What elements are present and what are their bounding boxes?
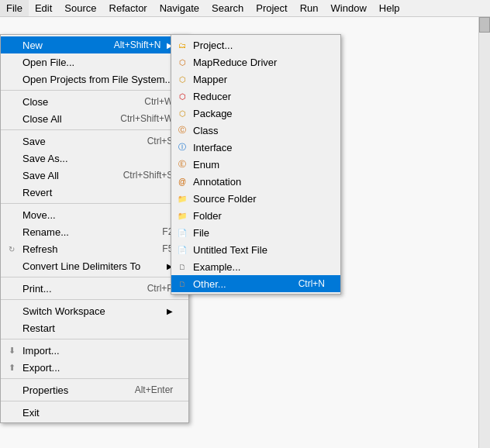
save-label: Save — [22, 136, 132, 147]
menu-item-properties[interactable]: Properties Alt+Enter — [1, 381, 188, 398]
menubar-item-source[interactable]: Source — [58, 0, 102, 16]
submenu-item-example[interactable]: 🗋 Example... — [171, 258, 340, 275]
refresh-icon: ↻ — [5, 243, 18, 255]
save-all-label: Save All — [22, 170, 108, 181]
separator-2 — [1, 129, 188, 130]
menu-item-move[interactable]: Move... — [1, 206, 188, 223]
untitled-icon: 📄 — [176, 243, 188, 256]
mapreduce-icon: ⬡ — [176, 56, 188, 68]
menubar-item-search[interactable]: Search — [205, 0, 250, 16]
move-label: Move... — [22, 209, 173, 221]
close-shortcut: Ctrl+W — [144, 96, 173, 107]
properties-shortcut: Alt+Enter — [135, 384, 174, 395]
new-submenu: 🗂 Project... ⬡ MapReduce Driver ⬡ Mapper… — [171, 34, 341, 295]
menu-item-close-all[interactable]: Close All Ctrl+Shift+W — [1, 110, 188, 127]
close-label: Close — [22, 96, 129, 108]
menu-item-refresh[interactable]: ↻ Refresh F5 — [1, 240, 188, 257]
menu-item-revert[interactable]: Revert — [1, 184, 188, 201]
submenu-item-file[interactable]: 📄 File — [171, 224, 340, 241]
submenu-item-mapreduce[interactable]: ⬡ MapReduce Driver — [171, 53, 340, 71]
menu-item-print[interactable]: Print... Ctrl+P — [1, 280, 188, 297]
properties-label: Properties — [22, 384, 119, 396]
project-icon: 🗂 — [176, 39, 188, 51]
menu-item-import[interactable]: ⬇ Import... — [1, 342, 188, 359]
menu-item-exit[interactable]: Exit — [1, 404, 188, 421]
source-folder-icon: 📁 — [176, 192, 188, 205]
submenu-item-annotation[interactable]: @ Annotation — [171, 173, 340, 190]
class-icon: Ⓒ — [176, 124, 188, 136]
folder-icon: 📁 — [176, 209, 188, 222]
separator-1 — [1, 90, 188, 91]
menubar-item-project[interactable]: Project — [250, 0, 293, 16]
refresh-label: Refresh — [22, 243, 147, 255]
save-shortcut: Ctrl+S — [147, 136, 174, 146]
example-icon: 🗋 — [176, 260, 188, 273]
menubar-item-run[interactable]: Run — [294, 0, 325, 16]
other-icon: 🗋 — [176, 277, 188, 290]
main-content: New Alt+Shift+N ▶ 🗂 Project... ⬡ MapRedu… — [0, 17, 490, 448]
print-shortcut: Ctrl+P — [147, 283, 174, 294]
menu-item-convert[interactable]: Convert Line Delimiters To ▶ — [1, 257, 188, 274]
switch-workspace-label: Switch Workspace — [22, 305, 160, 317]
menubar: File Edit Source Refactor Navigate Searc… — [0, 0, 490, 17]
separator-8 — [1, 401, 188, 401]
submenu-item-interface[interactable]: Ⓘ Interface — [171, 139, 340, 156]
submenu-item-reducer[interactable]: ⬡ Reducer — [171, 88, 340, 105]
exit-label: Exit — [22, 407, 173, 419]
separator-5 — [1, 299, 188, 300]
rename-label: Rename... — [22, 226, 147, 238]
mapper-icon: ⬡ — [176, 73, 188, 85]
menu-item-open-projects[interactable]: Open Projects from File System... — [1, 71, 188, 88]
menu-item-restart[interactable]: Restart — [1, 319, 188, 336]
separator-7 — [1, 378, 188, 379]
separator-6 — [1, 339, 188, 339]
submenu-item-folder[interactable]: 📁 Folder — [171, 207, 340, 224]
menu-item-save-as[interactable]: Save As... — [1, 150, 188, 167]
reducer-icon: ⬡ — [176, 90, 188, 102]
menubar-item-edit[interactable]: Edit — [29, 0, 58, 16]
submenu-item-enum[interactable]: Ⓔ Enum — [171, 156, 340, 173]
file-menu-dropdown: New Alt+Shift+N ▶ 🗂 Project... ⬡ MapRedu… — [0, 34, 189, 423]
close-all-shortcut: Ctrl+Shift+W — [120, 113, 173, 124]
submenu-item-project[interactable]: 🗂 Project... — [171, 36, 340, 53]
package-icon: ⬡ — [176, 107, 188, 119]
submenu-item-class[interactable]: Ⓒ Class — [171, 122, 340, 139]
save-as-label: Save As... — [22, 153, 173, 164]
menubar-item-window[interactable]: Window — [325, 0, 373, 16]
menu-item-close[interactable]: Close Ctrl+W — [1, 93, 188, 110]
menu-item-new[interactable]: New Alt+Shift+N ▶ 🗂 Project... ⬡ MapRedu… — [1, 36, 188, 53]
submenu-item-other[interactable]: 🗋 Other... Ctrl+N — [171, 275, 340, 292]
menubar-item-help[interactable]: Help — [373, 0, 406, 16]
export-icon: ⬆ — [5, 361, 18, 374]
menubar-item-refactor[interactable]: Refactor — [103, 0, 154, 16]
submenu-item-package[interactable]: ⬡ Package — [171, 105, 340, 122]
import-icon: ⬇ — [5, 344, 18, 357]
switch-workspace-arrow-icon: ▶ — [167, 307, 173, 315]
menu-item-save-all[interactable]: Save All Ctrl+Shift+S — [1, 167, 188, 184]
menubar-item-navigate[interactable]: Navigate — [154, 0, 205, 16]
editor-scrollbar[interactable] — [478, 17, 490, 448]
menu-item-open-file[interactable]: Open File... — [1, 53, 188, 71]
revert-label: Revert — [22, 187, 173, 198]
menubar-item-file[interactable]: File — [0, 0, 29, 16]
submenu-item-untitled[interactable]: 📄 Untitled Text File — [171, 241, 340, 258]
separator-3 — [1, 203, 188, 204]
menu-item-save[interactable]: Save Ctrl+S — [1, 133, 188, 150]
open-file-label: Open File... — [22, 57, 173, 68]
export-label: Export... — [22, 362, 173, 374]
separator-4 — [1, 277, 188, 277]
submenu-item-source-folder[interactable]: 📁 Source Folder — [171, 190, 340, 207]
menu-item-new-label: New — [22, 40, 98, 51]
file-icon: 📄 — [176, 226, 188, 239]
menu-item-new-shortcut: Alt+Shift+N — [114, 40, 161, 50]
import-label: Import... — [22, 345, 173, 357]
scrollbar-thumb[interactable] — [479, 17, 490, 33]
menu-item-switch-workspace[interactable]: Switch Workspace ▶ — [1, 302, 188, 319]
convert-label: Convert Line Delimiters To — [22, 260, 160, 272]
print-label: Print... — [22, 283, 132, 295]
submenu-item-mapper[interactable]: ⬡ Mapper — [171, 71, 340, 88]
menu-item-export[interactable]: ⬆ Export... — [1, 359, 188, 376]
menu-item-rename[interactable]: Rename... F2 — [1, 223, 188, 240]
save-all-shortcut: Ctrl+Shift+S — [123, 170, 174, 181]
enum-icon: Ⓔ — [176, 158, 188, 171]
